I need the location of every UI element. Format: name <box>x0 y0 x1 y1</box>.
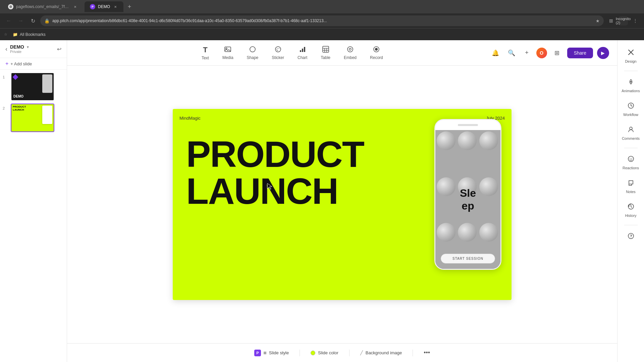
sidebar-workflow[interactable]: Workflow <box>619 99 643 120</box>
slide-1-bg: DEMO <box>11 73 54 100</box>
phone-text-line2: ep <box>462 200 474 212</box>
share-button[interactable]: Share <box>567 48 593 58</box>
tab-pageflows[interactable]: pageflows.com/_emails/_7fb5... ✕ <box>3 1 83 12</box>
bookmarks-folder-icon: 📁 <box>13 32 18 37</box>
forward-button[interactable]: → <box>16 16 25 25</box>
all-bookmarks[interactable]: 📁 All Bookmarks <box>10 31 48 38</box>
tab-pageflows-label: pageflows.com/_emails/_7fb5... <box>16 4 70 9</box>
back-button[interactable]: ← <box>4 16 13 25</box>
sticker-label: Sticker <box>272 55 284 60</box>
tool-record[interactable]: Record <box>366 43 387 63</box>
ball-1 <box>437 131 455 150</box>
media-icon <box>224 46 231 54</box>
slide-canvas[interactable]: MindMagic July 2024 PRODUCT LAUNCH <box>173 109 512 300</box>
add-slide-button[interactable]: + + Add slide <box>0 58 67 70</box>
slide-style-dot <box>264 352 266 354</box>
phone-mockup: Sle ep START SESSION <box>434 119 501 270</box>
sidebar-comments[interactable]: Comments <box>619 123 643 144</box>
comments-icon <box>628 126 634 134</box>
help-icon: ? <box>628 233 634 241</box>
close-design-icon <box>628 49 634 57</box>
bookmarks-bar: ☆ 📁 All Bookmarks <box>0 28 644 40</box>
sidebar-animations[interactable]: Animations <box>619 75 643 96</box>
history-label: History <box>625 214 636 218</box>
svg-point-5 <box>277 48 277 49</box>
sidebar-notes[interactable]: Notes <box>619 176 643 197</box>
svg-point-23 <box>630 127 632 130</box>
presentation-info: DEMO ▼ Private <box>10 44 54 54</box>
slide-color-item[interactable]: Slide color <box>311 350 338 355</box>
menu-button[interactable]: ⋮ <box>631 16 640 25</box>
notifications-button[interactable]: 🔔 <box>489 47 501 59</box>
media-label: Media <box>222 55 233 60</box>
tool-chart[interactable]: Chart <box>293 43 311 63</box>
history-icon <box>628 203 634 212</box>
ball-9 <box>479 223 498 242</box>
tool-shape[interactable]: Shape <box>243 43 263 63</box>
tool-table[interactable]: Table <box>317 43 334 63</box>
bottom-divider-2 <box>349 350 350 356</box>
tab-demo[interactable]: P DEMO ✕ <box>85 1 123 12</box>
presentation-subtitle: Private <box>10 50 54 54</box>
sidebar-history[interactable]: History <box>619 200 643 221</box>
search-button[interactable]: 🔍 <box>505 47 518 59</box>
toolbar: T Text Media Shape <box>67 40 617 66</box>
present-panel-button[interactable]: ⊞ <box>551 47 563 59</box>
sidebar-reactions[interactable]: Reactions <box>619 152 643 173</box>
slide-item-2[interactable]: 2 PRODUCTLAUNCH <box>3 104 64 132</box>
ball-4 <box>437 177 455 196</box>
browser-tabs: pageflows.com/_emails/_7fb5... ✕ P DEMO … <box>0 0 644 13</box>
lock-icon: 🔒 <box>44 18 50 23</box>
slide-item-1[interactable]: 1 DEMO <box>3 72 64 101</box>
star-icon[interactable]: ★ <box>596 18 600 23</box>
user-avatar[interactable]: O <box>536 48 547 58</box>
background-image-item[interactable]: ╱ Background image <box>360 350 402 355</box>
bottom-bar: P Slide style Slide color ╱ Background i… <box>67 343 617 362</box>
slide-1-thumbnail[interactable]: DEMO <box>11 72 54 101</box>
address-bar[interactable]: 🔒 app.pitch.com/app/presentation/b86dbc6… <box>40 15 604 26</box>
svg-point-21 <box>630 81 632 82</box>
tool-embed[interactable]: Embed <box>340 43 361 63</box>
svg-rect-10 <box>323 46 329 52</box>
phone-screen: Sle ep START SESSION <box>435 130 500 269</box>
tab-pageflows-close[interactable]: ✕ <box>72 4 78 9</box>
record-label: Record <box>370 55 383 60</box>
sidebar-help[interactable]: ? <box>619 229 643 244</box>
play-button[interactable]: ▶ <box>597 47 609 59</box>
sidebar-design[interactable]: Design <box>619 46 643 67</box>
tool-text[interactable]: T Text <box>198 43 213 63</box>
back-to-list-button[interactable]: ‹ <box>5 46 7 53</box>
tab-demo-label: DEMO <box>98 4 110 9</box>
tool-sticker[interactable]: Sticker <box>268 43 288 63</box>
animations-label: Animations <box>622 89 640 93</box>
shape-icon <box>249 46 256 54</box>
text-icon: T <box>203 46 207 54</box>
workflow-label: Workflow <box>623 113 638 117</box>
phone-start-button: START SESSION <box>441 254 495 263</box>
toolbar-center: T Text Media Shape <box>198 43 387 63</box>
slide-2-bg: PRODUCTLAUNCH <box>11 104 54 131</box>
more-options-button[interactable]: ••• <box>424 349 430 356</box>
svg-point-18 <box>375 48 378 51</box>
new-tab-button[interactable]: + <box>125 2 134 11</box>
svg-point-0 <box>9 5 12 8</box>
add-slide-label: + Add slide <box>10 61 32 66</box>
slide-style-item[interactable]: P Slide style <box>254 350 289 356</box>
sidebar-header: ‹ DEMO ▼ Private ↩ <box>0 40 67 58</box>
extensions-button[interactable]: ⊞ <box>606 16 616 25</box>
tab-demo-close[interactable]: ✕ <box>113 4 118 9</box>
profile-button[interactable]: Incognito (2) <box>619 16 628 25</box>
slide-1-title: DEMO <box>13 95 23 98</box>
add-collaborator-button[interactable]: + <box>522 48 532 58</box>
refresh-button[interactable]: ↻ <box>28 16 38 25</box>
ball-8 <box>458 223 477 242</box>
tool-media[interactable]: Media <box>218 43 237 63</box>
embed-label: Embed <box>344 55 357 60</box>
title-dropdown-icon[interactable]: ▼ <box>26 45 30 49</box>
svg-point-6 <box>278 48 279 49</box>
slide-2-thumbnail[interactable]: PRODUCTLAUNCH <box>11 104 54 132</box>
background-image-icon: ╱ <box>360 350 363 355</box>
demo-favicon: P <box>90 4 95 9</box>
slide-brand: MindMagic <box>179 116 201 121</box>
undo-button[interactable]: ↩ <box>57 46 61 52</box>
